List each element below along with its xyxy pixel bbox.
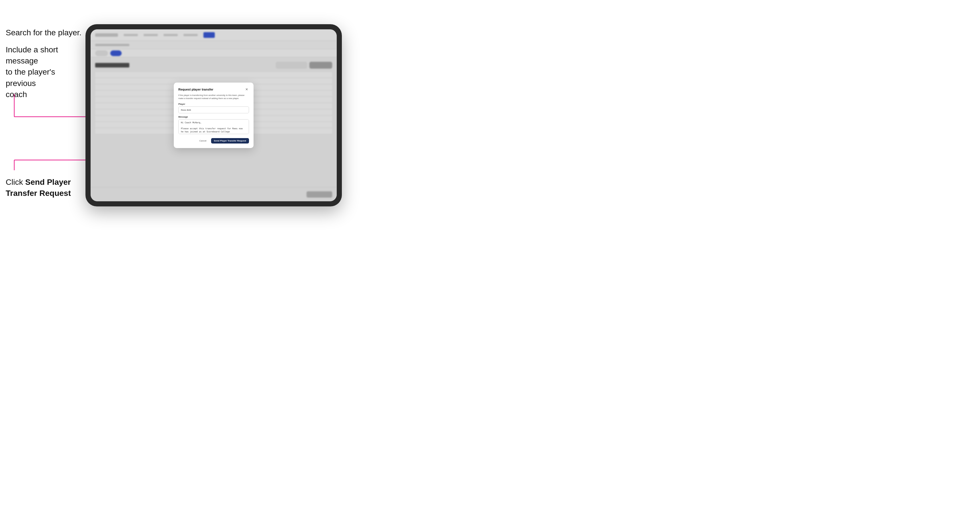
message-label: Message: [178, 116, 249, 118]
annotation-search-text: Search for the player.: [6, 27, 81, 38]
modal-title: Request player transfer: [178, 88, 213, 91]
modal-footer: Cancel Send Player Transfer Request: [178, 138, 249, 143]
tablet-screen: Request player transfer ✕ If the player …: [91, 29, 337, 201]
cancel-button[interactable]: Cancel: [197, 138, 209, 143]
send-transfer-request-button[interactable]: Send Player Transfer Request: [211, 138, 249, 143]
tablet-device: Request player transfer ✕ If the player …: [86, 24, 342, 206]
modal-overlay: Request player transfer ✕ If the player …: [91, 29, 337, 201]
annotation-click-text: Click Send Player Transfer Request: [6, 176, 80, 199]
annotation-message-text: Include a short message to the player's …: [6, 44, 80, 100]
player-label: Player: [178, 103, 249, 105]
modal-close-button[interactable]: ✕: [245, 87, 249, 92]
request-transfer-modal: Request player transfer ✕ If the player …: [174, 83, 253, 148]
message-textarea[interactable]: Hi Coach McHarg, Please accept this tran…: [178, 119, 249, 134]
player-input[interactable]: [178, 106, 249, 113]
modal-header: Request player transfer ✕: [178, 87, 249, 92]
modal-description: If the player is transferring from anoth…: [178, 94, 249, 100]
